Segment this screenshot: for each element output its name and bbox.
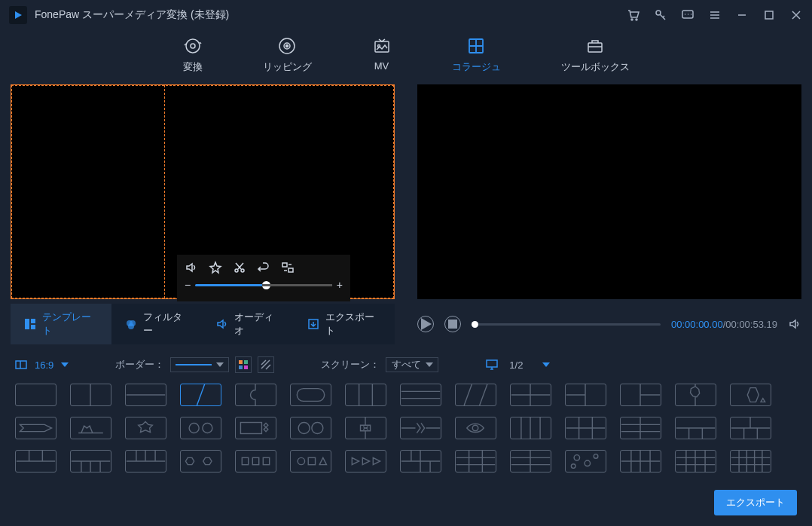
template-item[interactable] (510, 450, 551, 472)
svg-rect-41 (242, 457, 248, 464)
template-item[interactable] (345, 417, 386, 439)
border-label: ボーダー： (115, 358, 164, 372)
play-button[interactable] (417, 316, 434, 332)
template-item[interactable] (510, 417, 551, 439)
subtab-export[interactable]: エクスポート (294, 304, 395, 344)
template-item[interactable] (235, 384, 276, 406)
template-item[interactable] (620, 450, 661, 472)
collage-editor-panel[interactable]: − + (11, 84, 395, 299)
svg-point-40 (472, 425, 478, 430)
svg-point-1 (631, 19, 633, 20)
svg-rect-32 (244, 365, 248, 369)
aspect-ratio-selector[interactable]: 16:9 (15, 359, 69, 371)
template-item[interactable] (620, 384, 661, 406)
template-item[interactable] (235, 450, 276, 472)
template-item[interactable] (345, 450, 386, 472)
stop-button[interactable] (444, 316, 461, 332)
zoom-slider[interactable] (195, 284, 332, 286)
border-pattern-button[interactable] (258, 356, 274, 373)
close-icon[interactable] (789, 8, 803, 22)
mute-icon[interactable] (185, 261, 198, 274)
template-item[interactable] (125, 417, 166, 439)
undo-icon[interactable] (257, 261, 270, 274)
template-item[interactable] (125, 450, 166, 472)
subtab-export-label: エクスポート (325, 310, 381, 338)
template-item[interactable] (675, 417, 716, 439)
template-item[interactable] (455, 417, 496, 439)
svg-rect-31 (239, 365, 243, 369)
template-item[interactable] (345, 384, 386, 406)
tab-ripping[interactable]: リッピング (263, 36, 312, 74)
template-grid (0, 381, 812, 476)
tab-toolbox[interactable]: ツールボックス (561, 36, 630, 74)
zoom-slider-thumb[interactable] (262, 281, 270, 289)
template-item[interactable] (400, 384, 441, 406)
template-item[interactable] (565, 417, 606, 439)
template-item[interactable] (70, 417, 111, 439)
template-item[interactable] (180, 450, 221, 472)
template-item[interactable] (15, 384, 56, 406)
maximize-icon[interactable] (762, 8, 776, 22)
chat-icon[interactable] (681, 8, 694, 22)
template-item[interactable] (180, 417, 221, 439)
zoom-in-button[interactable]: + (337, 279, 343, 291)
subtab-template[interactable]: テンプレート (11, 304, 111, 344)
volume-icon[interactable] (788, 317, 801, 331)
screen-selector[interactable]: すべて (386, 357, 438, 372)
key-icon[interactable] (654, 8, 667, 22)
template-item[interactable] (70, 450, 111, 472)
template-item[interactable] (70, 384, 111, 406)
template-item[interactable] (455, 450, 496, 472)
minimize-icon[interactable] (735, 8, 749, 22)
template-item[interactable] (235, 417, 276, 439)
svg-rect-19 (25, 319, 29, 329)
tab-mv-label: MV (374, 60, 389, 72)
titlebar: FonePaw スーパーメディア変換 (未登録) (0, 0, 812, 30)
template-item[interactable] (290, 417, 331, 439)
tab-mv[interactable]: MV (372, 36, 392, 74)
star-icon[interactable] (209, 261, 222, 274)
template-item[interactable] (400, 417, 441, 439)
export-button[interactable]: エクスポート (714, 490, 797, 515)
svg-point-39 (312, 423, 323, 434)
progress-thumb[interactable] (472, 321, 478, 328)
template-item[interactable] (125, 384, 166, 406)
template-item[interactable] (180, 384, 221, 406)
cut-icon[interactable] (233, 261, 246, 274)
app-logo (9, 6, 27, 24)
tab-collage[interactable]: コラージュ (452, 36, 501, 74)
template-item[interactable] (675, 450, 716, 472)
subtab-filter-label: フィルター (143, 310, 189, 338)
subtab-audio[interactable]: オーディオ (203, 304, 294, 344)
template-item[interactable] (290, 450, 331, 472)
aspect-ratio-value: 16:9 (35, 359, 53, 371)
template-item[interactable] (730, 450, 771, 472)
template-item[interactable] (675, 384, 716, 406)
menu-icon[interactable] (708, 8, 722, 22)
template-item[interactable] (620, 417, 661, 439)
template-item[interactable] (730, 384, 771, 406)
tab-convert[interactable]: 変換 (183, 36, 203, 74)
template-item[interactable] (455, 384, 496, 406)
template-item[interactable] (290, 384, 331, 406)
template-item[interactable] (510, 384, 551, 406)
template-item[interactable] (15, 450, 56, 472)
svg-rect-42 (252, 457, 258, 464)
template-item[interactable] (400, 450, 441, 472)
toolbox-icon (585, 36, 605, 56)
border-color-button[interactable] (235, 356, 252, 373)
svg-rect-37 (240, 423, 261, 434)
subtab-filter[interactable]: フィルター (111, 304, 203, 344)
zoom-out-button[interactable]: − (185, 279, 191, 291)
border-style-selector[interactable] (170, 357, 229, 372)
swap-icon[interactable] (281, 261, 295, 274)
cart-icon[interactable] (627, 8, 640, 22)
template-item[interactable] (565, 384, 606, 406)
progress-bar[interactable] (472, 323, 661, 326)
template-item[interactable] (730, 417, 771, 439)
chevron-down-icon (216, 362, 224, 367)
template-item[interactable] (15, 417, 56, 439)
template-item[interactable] (565, 450, 606, 472)
tab-toolbox-label: ツールボックス (561, 60, 630, 74)
cell-divider-handle[interactable] (164, 85, 165, 298)
